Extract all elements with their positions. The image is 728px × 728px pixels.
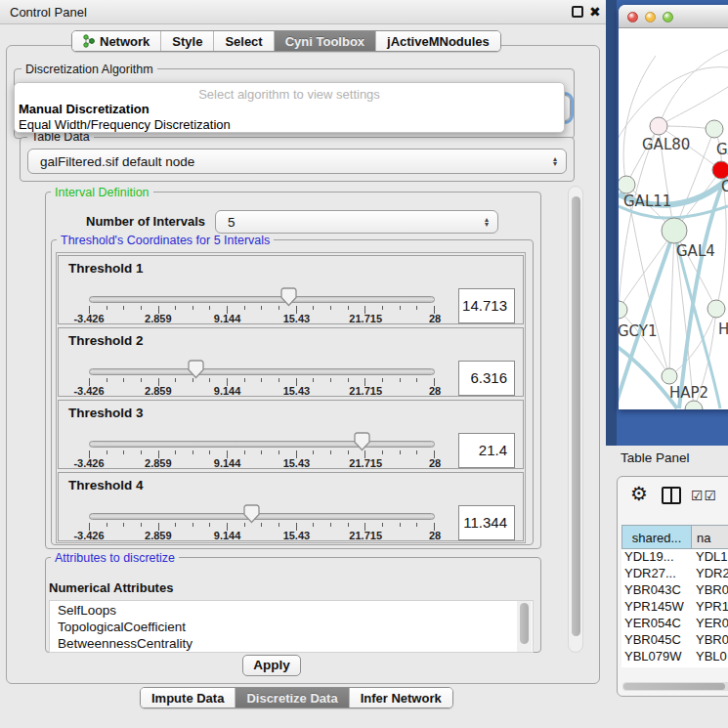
cell-shared-name[interactable]: YBL079W bbox=[624, 649, 691, 664]
traffic-light-close[interactable] bbox=[627, 12, 638, 22]
slider-track[interactable] bbox=[89, 513, 435, 520]
threshold-value-field[interactable]: 14.713 bbox=[458, 288, 515, 323]
threshold-value-field[interactable]: 11.344 bbox=[458, 505, 515, 540]
cell-name[interactable]: YBR0 bbox=[696, 632, 728, 647]
cell-name[interactable]: YPR1 bbox=[696, 599, 728, 614]
network-node-ga[interactable] bbox=[706, 120, 723, 138]
cell-shared-name[interactable]: YPR145W bbox=[624, 599, 691, 614]
network-node-c[interactable] bbox=[712, 161, 728, 179]
cell-name[interactable]: YER0 bbox=[696, 616, 728, 630]
threshold-value-field[interactable]: 6.316 bbox=[458, 361, 515, 396]
slider-tick-label: 28 bbox=[429, 385, 441, 397]
popup-item-manual-discretization[interactable]: Manual Discretization bbox=[19, 102, 150, 116]
float-window-icon[interactable] bbox=[572, 6, 583, 18]
network-canvas[interactable]: GAL80GACGAL11GAL4GCY1HHAP2 bbox=[619, 28, 728, 409]
table-row[interactable]: YPR145WYPR1 bbox=[621, 599, 728, 616]
table-row[interactable]: YBR043CYBR0 bbox=[621, 582, 728, 599]
cell-name[interactable]: YLR3 bbox=[696, 665, 728, 667]
mouse-cursor bbox=[606, 350, 607, 364]
threshold-value-field[interactable]: 21.4 bbox=[458, 433, 515, 468]
slider-track[interactable] bbox=[89, 441, 435, 448]
slider-tick-label: -3.426 bbox=[73, 457, 104, 469]
network-edge[interactable] bbox=[623, 56, 656, 185]
cell-shared-name[interactable]: YBR045C bbox=[624, 632, 691, 647]
slider-tick-label: 15.43 bbox=[283, 457, 311, 469]
traffic-light-minimize[interactable] bbox=[645, 12, 656, 22]
close-icon[interactable]: ✖ bbox=[589, 3, 601, 21]
node-label: HAP2 bbox=[669, 384, 708, 402]
traffic-light-zoom[interactable] bbox=[663, 12, 673, 22]
number-of-intervals-combobox[interactable]: 5 ▴▾ bbox=[215, 210, 498, 234]
apply-button[interactable]: Apply bbox=[242, 655, 301, 676]
table-row[interactable]: YDL19...YDL1 bbox=[621, 549, 728, 566]
network-edge[interactable] bbox=[669, 231, 674, 376]
table-row[interactable]: YLR345WYLR3 bbox=[621, 665, 728, 667]
network-edge[interactable] bbox=[619, 231, 674, 310]
cell-shared-name[interactable]: YBR043C bbox=[624, 582, 691, 597]
scrollbar-thumb[interactable] bbox=[572, 196, 580, 636]
slider-thumb[interactable] bbox=[280, 287, 297, 307]
network-edge[interactable] bbox=[659, 87, 728, 126]
column-header-shared[interactable]: shared... bbox=[621, 525, 692, 549]
network-edge[interactable] bbox=[659, 50, 728, 126]
table-row[interactable]: YBL079WYBL0 bbox=[621, 649, 728, 665]
attribute-item-selfloops[interactable]: SelfLoops bbox=[58, 603, 116, 618]
list-vertical-scrollbar[interactable] bbox=[517, 601, 532, 653]
slider-tick-label: 21.715 bbox=[349, 313, 382, 324]
network-node-gal11[interactable] bbox=[619, 176, 635, 193]
tab-impute-data[interactable]: Impute Data bbox=[141, 688, 236, 707]
slider-ticks bbox=[89, 306, 435, 314]
scrollbar-thumb[interactable] bbox=[623, 683, 725, 690]
threshold-label: Threshold 3 bbox=[68, 406, 144, 420]
slider-track[interactable] bbox=[89, 368, 435, 375]
tab-discretize-data[interactable]: Discretize Data bbox=[236, 688, 349, 707]
scrollbar-thumb[interactable] bbox=[520, 603, 529, 644]
numerical-attributes-list[interactable]: SelfLoopsTopologicalCoefficientBetweenne… bbox=[49, 600, 534, 653]
discretization-algorithm-title: Discretization Algorithm bbox=[21, 63, 157, 76]
table-row[interactable]: YBR045CYBR0 bbox=[621, 632, 728, 649]
tab-infer-network[interactable]: Infer Network bbox=[350, 688, 452, 707]
tab-style[interactable]: Style bbox=[161, 31, 214, 51]
slider-tick-label: 28 bbox=[429, 530, 441, 541]
table-row[interactable]: YDR27...YDR2 bbox=[621, 566, 728, 582]
table-horizontal-scrollbar[interactable] bbox=[622, 682, 728, 691]
cell-name[interactable]: YDR2 bbox=[696, 566, 728, 580]
cell-name[interactable]: YBR0 bbox=[696, 582, 728, 597]
slider-thumb[interactable] bbox=[188, 360, 204, 379]
network-node[interactable] bbox=[685, 401, 703, 409]
cell-name[interactable]: YDL1 bbox=[696, 549, 728, 564]
cell-shared-name[interactable]: YLR345W bbox=[624, 665, 691, 667]
tab-network[interactable]: Network bbox=[72, 31, 161, 51]
cell-shared-name[interactable]: YDR27... bbox=[624, 566, 691, 580]
tab-jactivemnodules[interactable]: jActiveMNodules bbox=[376, 31, 500, 51]
gear-icon[interactable]: ⚙ bbox=[630, 482, 648, 505]
tab-cyni-toolbox[interactable]: Cyni Toolbox bbox=[275, 31, 376, 51]
slider-tick-label: 21.715 bbox=[349, 457, 382, 469]
cell-shared-name[interactable]: YDL19... bbox=[624, 549, 691, 564]
network-edge[interactable] bbox=[626, 126, 659, 185]
slider-thumb[interactable] bbox=[354, 432, 370, 451]
attribute-item-betweennesscentrality[interactable]: BetweennessCentrality bbox=[58, 636, 193, 651]
split-columns-icon[interactable] bbox=[662, 487, 681, 504]
table-row[interactable]: YER054CYER0 bbox=[621, 616, 728, 632]
column-header-name[interactable]: na bbox=[691, 525, 728, 549]
popup-placeholder-item[interactable]: Select algorithm to view settings bbox=[15, 87, 564, 102]
network-node-gcy1[interactable] bbox=[619, 301, 627, 319]
network-node-hap2[interactable] bbox=[662, 368, 677, 384]
table-data-combobox[interactable]: galFiltered.sif default node ▴▾ bbox=[27, 149, 567, 174]
slider-thumb[interactable] bbox=[243, 504, 260, 524]
cell-shared-name[interactable]: YER054C bbox=[624, 616, 691, 630]
attribute-item-topologicalcoefficient[interactable]: TopologicalCoefficient bbox=[58, 620, 186, 634]
panel-vertical-scrollbar[interactable] bbox=[568, 186, 583, 653]
network-node-gal4[interactable] bbox=[662, 218, 687, 243]
network-node-h[interactable] bbox=[707, 300, 725, 318]
popup-item-equal-width-frequency[interactable]: Equal Width/Frequency Discretization bbox=[19, 117, 231, 132]
network-node-gal80[interactable] bbox=[650, 117, 667, 135]
cell-name[interactable]: YBL0 bbox=[696, 649, 728, 664]
bottom-tab-bar: Impute DataDiscretize DataInfer Network bbox=[140, 687, 453, 708]
checkbox-icons[interactable]: ☑☑ bbox=[691, 488, 717, 503]
tab-select[interactable]: Select bbox=[214, 31, 274, 51]
slider-track[interactable] bbox=[89, 296, 435, 303]
attributes-group-title: Attributes to discretize bbox=[51, 551, 179, 565]
threshold-label: Threshold 2 bbox=[68, 333, 144, 348]
